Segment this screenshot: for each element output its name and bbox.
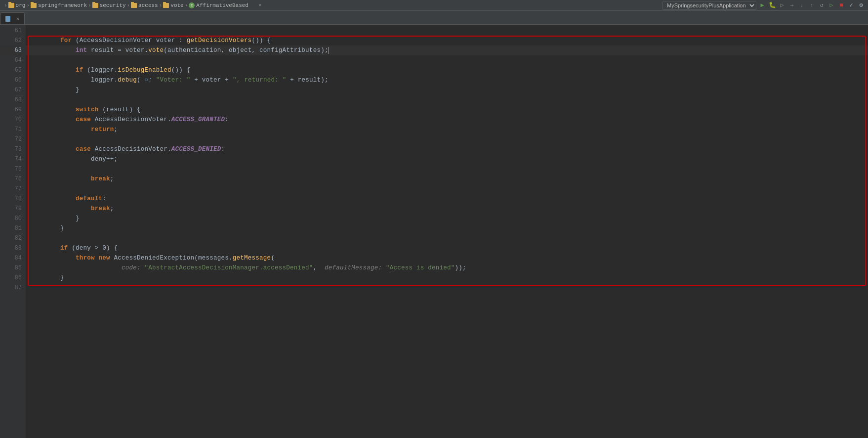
line-num-75: 75 (0, 164, 22, 174)
token: deny++; (30, 156, 118, 163)
run-button[interactable]: ▶ (758, 1, 766, 9)
token: ACCESS_DENIED (171, 146, 221, 153)
breadcrumb-vote[interactable]: vote (163, 2, 183, 8)
step-out-button[interactable]: ↑ (808, 1, 816, 9)
token: (deny > 0) { (68, 245, 118, 252)
line-num-85: 85 (0, 263, 22, 273)
token (152, 77, 156, 84)
token: (AccessDecisionVoter voter : (72, 37, 187, 44)
line-num-74: 74 (0, 154, 22, 164)
line-num-76: 76 (0, 174, 22, 184)
token: switch (76, 106, 99, 113)
line-num-82: 82 (0, 233, 22, 243)
breadcrumb-access[interactable]: access (131, 2, 158, 8)
line-number-gutter: 6162636465666768697071727374757677787980… (0, 25, 26, 438)
code-line-83: if (deny > 0) { (26, 243, 868, 253)
line-num-67: 67 (0, 85, 22, 95)
code-line-82 (26, 233, 868, 243)
rerun-button[interactable]: ↺ (818, 1, 826, 9)
bc-springframework-label: springframework (38, 2, 87, 8)
folder-icon-access (131, 3, 137, 8)
step-into-button[interactable]: ↓ (798, 1, 806, 9)
code-content-64 (26, 55, 30, 65)
tabbar: ✕ (0, 11, 868, 25)
bc-vote-label: vote (170, 2, 183, 8)
token: return (91, 126, 114, 133)
token: } (30, 274, 64, 281)
tab-affirmativebased[interactable]: ✕ (0, 12, 25, 24)
line-num-83: 83 (0, 243, 22, 253)
line-num-79: 79 (0, 204, 22, 214)
code-content-66: logger.debug( ○: "Voter: " + voter + ", … (26, 75, 329, 85)
line-num-68: 68 (0, 95, 22, 105)
code-content-68 (26, 95, 30, 105)
code-content-82 (26, 233, 30, 243)
code-content-70: case AccessDecisionVoter.ACCESS_GRANTED: (26, 115, 229, 125)
token: getDecisionVoters (187, 37, 252, 44)
run-with-coverage-button[interactable]: ▷ (778, 1, 786, 9)
code-content-71: return; (26, 125, 118, 134)
breadcrumb-springframework[interactable]: springframework (31, 2, 87, 8)
line-num-62: 62 (0, 36, 22, 45)
token (30, 37, 60, 44)
code-line-70: case AccessDecisionVoter.ACCESS_GRANTED: (26, 115, 868, 125)
breadcrumb-sep-5: › (159, 2, 163, 8)
code-line-66: logger.debug( ○: "Voter: " + voter + ", … (26, 75, 868, 85)
code-line-87 (26, 283, 868, 293)
line-num-84: 84 (0, 253, 22, 263)
code-line-77 (26, 184, 868, 194)
code-line-85: code: "AbstractAccessDecisionManager.acc… (26, 263, 868, 273)
line-num-64: 64 (0, 55, 22, 65)
token: throw (76, 255, 95, 262)
run-config-select[interactable]: MySpringsecurityPlusApplication (662, 1, 756, 10)
code-line-76: break; (26, 174, 868, 184)
line-num-63: 63 (0, 45, 22, 55)
stop-button[interactable]: ■ (837, 1, 845, 9)
breadcrumb-sep-3: › (88, 2, 91, 8)
dropdown-arrow-icon[interactable]: ▾ (258, 2, 262, 8)
token: ; (114, 126, 118, 133)
token: : (225, 116, 229, 123)
breadcrumb-sep-6: › (185, 2, 188, 8)
tab-close-button[interactable]: ✕ (16, 16, 19, 22)
code-content-63: int result = voter.vote(authentication, … (26, 45, 329, 55)
breadcrumb-org[interactable]: org (8, 2, 26, 8)
code-line-63: int result = voter.vote(authentication, … (26, 45, 868, 55)
code-area[interactable]: for (AccessDecisionVoter voter : getDeci… (26, 25, 868, 438)
breadcrumb-security[interactable]: security (92, 2, 126, 8)
token: : (102, 195, 106, 202)
code-line-84: throw new AccessDeniedException(messages… (26, 253, 868, 263)
titlebar: › org › springframework › security › acc… (0, 0, 868, 11)
line-num-66: 66 (0, 75, 22, 85)
token (30, 47, 76, 54)
step-over-button[interactable]: ⇒ (788, 1, 796, 9)
code-content-73: case AccessDecisionVoter.ACCESS_DENIED: (26, 144, 225, 154)
code-line-67: } (26, 85, 868, 95)
settings-button[interactable]: ⚙ (857, 1, 865, 9)
breadcrumb-affirmativebased[interactable]: C AffirmativeBased (189, 2, 248, 8)
folder-icon-org (8, 3, 14, 8)
token: break (91, 205, 110, 212)
run-controls: MySpringsecurityPlusApplication ▶ 🐛 ▷ ⇒ … (662, 1, 865, 10)
code-line-64 (26, 55, 868, 65)
check-button[interactable]: ✓ (847, 1, 855, 9)
code-line-71: return; (26, 125, 868, 134)
token (30, 67, 76, 74)
resume-button[interactable]: ▷ (827, 1, 835, 9)
token: + voter + (191, 77, 233, 84)
token: defaultMessage: (325, 264, 382, 271)
token: if (60, 245, 68, 252)
line-num-69: 69 (0, 105, 22, 115)
line-num-81: 81 (0, 223, 22, 233)
debug-run-button[interactable]: 🐛 (768, 1, 776, 9)
token: (result) { (99, 106, 141, 113)
token: "AbstractAccessDecisionManager.accessDen… (145, 264, 313, 271)
code-content-87 (26, 283, 30, 293)
token: result = voter. (87, 47, 148, 54)
code-content-84: throw new AccessDeniedException(messages… (26, 253, 275, 263)
code-content-75 (26, 164, 30, 174)
token: , (313, 264, 325, 271)
code-content-65: if (logger.isDebugEnabled()) { (26, 65, 191, 75)
breadcrumb-sep-1: › (4, 2, 7, 8)
token: logger. (30, 77, 118, 84)
